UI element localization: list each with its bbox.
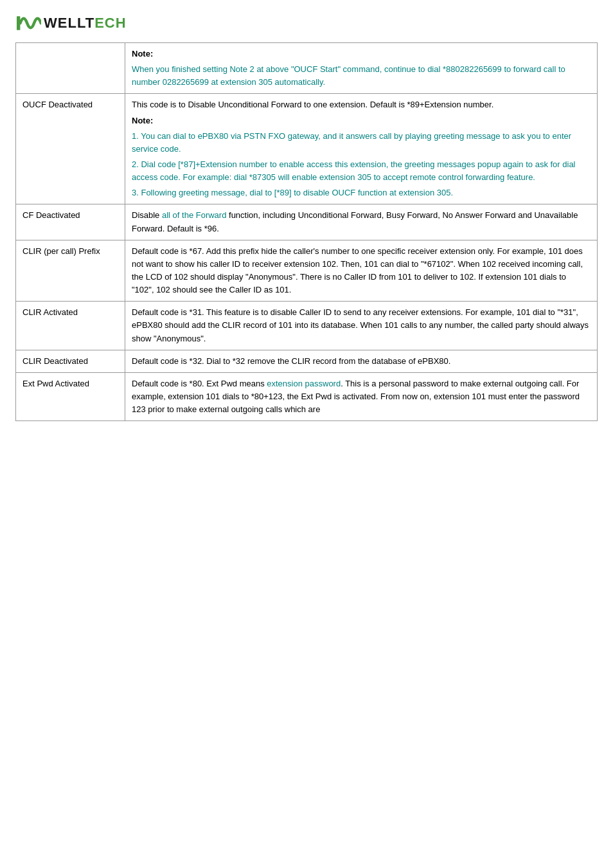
intro-text: This code is to Disable Unconditional Fo… [132, 98, 591, 111]
row-label: CLIR Deactivated [16, 350, 125, 372]
note-text: When you finished setting Note 2 at abov… [132, 63, 591, 89]
row-label: Ext Pwd Activated [16, 372, 125, 420]
row-content: Default code is *31. This feature is to … [125, 302, 598, 350]
row-label: OUCF Deactivated [16, 94, 125, 204]
row-label: CLIR Activated [16, 302, 125, 350]
note-item-3: 3. Following greeting message, dial to [… [132, 186, 591, 199]
note-label: Note: [132, 49, 153, 59]
note-label: Note: [132, 116, 153, 125]
logo-icon [15, 12, 41, 35]
feature-table: Note: When you finished setting Note 2 a… [15, 42, 598, 421]
table-row: CF Deactivated Disable all of the Forwar… [16, 204, 598, 240]
ext-pwd-text: Default code is *80. Ext Pwd means exten… [132, 377, 591, 416]
row-content: Default code is *32. Dial to *32 remove … [125, 350, 598, 372]
note-item-1: 1. You can dial to ePBX80 via PSTN FXO g… [132, 130, 591, 156]
header: WELLTECH [0, 0, 613, 42]
row-content: Disable all of the Forward function, inc… [125, 204, 598, 240]
clir-prefix-text: Default code is *67. Add this prefix hid… [132, 245, 591, 297]
row-label: CF Deactivated [16, 204, 125, 240]
row-content: Default code is *80. Ext Pwd means exten… [125, 372, 598, 420]
ext-pwd-highlight: extension password [267, 379, 341, 388]
clir-deactivated-text: Default code is *32. Dial to *32 remove … [132, 355, 591, 368]
row-label: CLIR (per call) Prefix [16, 240, 125, 302]
row-content: Note: When you finished setting Note 2 a… [125, 43, 598, 94]
note-item-2: 2. Dial code [*87]+Extension number to e… [132, 158, 591, 184]
table-row: Ext Pwd Activated Default code is *80. E… [16, 372, 598, 420]
table-row: OUCF Deactivated This code is to Disable… [16, 94, 598, 204]
table-row: CLIR Deactivated Default code is *32. Di… [16, 350, 598, 372]
cf-highlight: all of the Forward [162, 210, 226, 220]
main-content: Note: When you finished setting Note 2 a… [0, 42, 613, 437]
logo: WELLTECH [15, 12, 598, 35]
row-label [16, 43, 125, 94]
row-content: This code is to Disable Unconditional Fo… [125, 94, 598, 204]
clir-activated-text: Default code is *31. This feature is to … [132, 306, 591, 345]
table-row: CLIR (per call) Prefix Default code is *… [16, 240, 598, 302]
logo-text: WELLTECH [44, 15, 127, 32]
cf-text: Disable all of the Forward function, inc… [132, 209, 591, 235]
table-row: CLIR Activated Default code is *31. This… [16, 302, 598, 350]
row-content: Default code is *67. Add this prefix hid… [125, 240, 598, 302]
table-row: Note: When you finished setting Note 2 a… [16, 43, 598, 94]
